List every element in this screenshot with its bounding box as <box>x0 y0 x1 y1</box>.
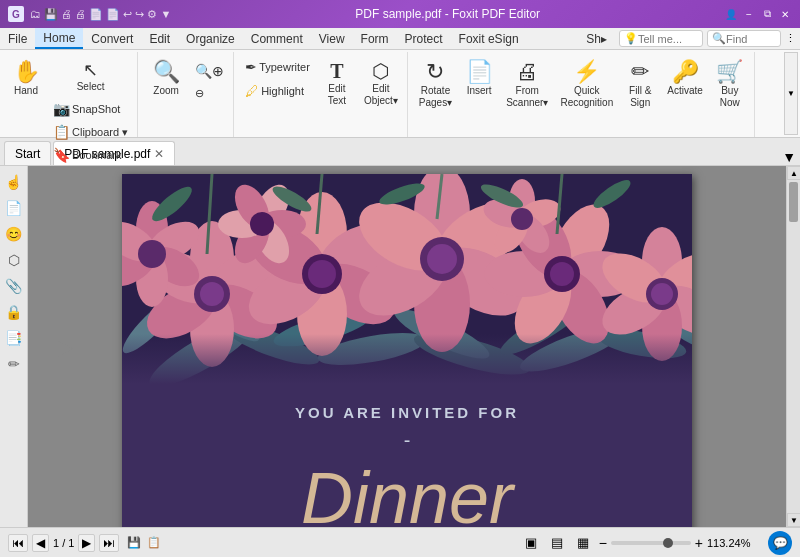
menu-protect[interactable]: Protect <box>397 28 451 49</box>
right-scrollbar: ▲ ▼ <box>786 166 800 527</box>
select-button[interactable]: ↖ Select <box>48 56 133 96</box>
pdf-invited-text: YOU ARE INVITED FOR <box>162 404 652 421</box>
highlight-button[interactable]: 🖊 Highlight <box>240 80 315 102</box>
menu-form[interactable]: Form <box>353 28 397 49</box>
minimize-button[interactable]: − <box>742 7 756 21</box>
insert-button[interactable]: 📄 Insert <box>459 56 499 100</box>
bookmark-icon: 🔖 <box>53 147 70 163</box>
last-page-button[interactable]: ⏭ <box>99 534 119 552</box>
quick-recognition-icon: ⚡ <box>573 61 600 83</box>
edit-object-button[interactable]: ⬡ EditObject▾ <box>359 56 403 110</box>
menu-view[interactable]: View <box>311 28 353 49</box>
quick-recognition-button[interactable]: ⚡ QuickRecognition <box>555 56 618 112</box>
title-bar-controls[interactable]: 👤 − ⧉ ✕ <box>724 7 792 21</box>
hand-icon: ✋ <box>13 61 40 83</box>
zoom-in-icon: 🔍⊕ <box>195 63 224 79</box>
sidebar-security-icon[interactable]: 🔒 <box>2 300 26 324</box>
sidebar-attachments-icon[interactable]: 📎 <box>2 274 26 298</box>
pdf-dash: - <box>162 429 652 452</box>
menu-bar: File Home Convert Edit Organize Comment … <box>0 28 800 50</box>
activate-icon: 🔑 <box>672 61 699 83</box>
find-input[interactable] <box>726 33 776 45</box>
sidebar-layers-icon[interactable]: ⬡ <box>2 248 26 272</box>
page-info: 1 / 1 <box>53 537 74 549</box>
scrollbar-thumb[interactable] <box>789 182 798 222</box>
tab-close-button[interactable]: ✕ <box>154 147 164 161</box>
ribbon-group-pages-buttons: ↻ RotatePages▾ 📄 Insert 🖨 FromScanner▾ ⚡… <box>414 52 750 137</box>
edit-text-icon: T <box>330 61 343 81</box>
menu-comment[interactable]: Comment <box>243 28 311 49</box>
zoom-control: − + 113.24% <box>599 535 762 551</box>
sidebar-articles-icon[interactable]: 📑 <box>2 326 26 350</box>
typewriter-button[interactable]: ✒ Typewriter <box>240 56 315 78</box>
zoom-out-button[interactable]: ⊖ <box>190 84 229 103</box>
close-button[interactable]: ✕ <box>778 7 792 21</box>
chat-icon-button[interactable]: 💬 <box>768 531 792 555</box>
ribbon-collapse-button[interactable]: ⋮ <box>785 32 796 45</box>
menu-organize[interactable]: Organize <box>178 28 243 49</box>
zoom-button[interactable]: 🔍 Zoom <box>144 56 188 100</box>
menu-file[interactable]: File <box>0 28 35 49</box>
zoom-icon: 🔍 <box>153 61 180 83</box>
svg-rect-82 <box>122 334 692 384</box>
first-page-button[interactable]: ⏮ <box>8 534 28 552</box>
copy-btn[interactable]: 📋 <box>147 536 161 549</box>
activate-button[interactable]: 🔑 Activate <box>662 56 708 100</box>
app-icon: G <box>8 6 24 22</box>
rotate-pages-button[interactable]: ↻ RotatePages▾ <box>414 56 457 112</box>
find-icon: 🔍 <box>712 32 726 45</box>
restore-button[interactable]: ⧉ <box>760 7 774 21</box>
scrollbar-down-button[interactable]: ▼ <box>787 513 800 527</box>
tell-me-search[interactable]: 💡 <box>619 30 703 47</box>
title-bar: G 🗂 💾 🖨 🖨 📄 📄 ↩ ↪ ⚙ ▼ PDF sample.pdf - F… <box>0 0 800 28</box>
svg-point-52 <box>651 283 673 305</box>
menu-more[interactable]: Sh▸ <box>578 30 615 48</box>
zoom-plus-button[interactable]: + <box>695 535 703 551</box>
typewriter-group: ✒ Typewriter 🖊 Highlight <box>240 56 315 102</box>
buy-now-button[interactable]: 🛒 BuyNow <box>710 56 750 112</box>
two-page-view-button[interactable]: ▦ <box>573 533 593 552</box>
menu-convert[interactable]: Convert <box>83 28 141 49</box>
menu-bar-right: Sh▸ 💡 🔍 ⋮ <box>578 30 800 48</box>
from-scanner-button[interactable]: 🖨 FromScanner▾ <box>501 56 553 112</box>
continuous-view-button[interactable]: ▤ <box>547 533 567 552</box>
sidebar-hand-icon[interactable]: ☝ <box>2 170 26 194</box>
menu-foxit-esign[interactable]: Foxit eSign <box>451 28 527 49</box>
hand-button[interactable]: ✋ Hand <box>6 56 46 100</box>
pdf-page: YOU ARE INVITED FOR - Dinner <box>122 174 692 527</box>
scrollbar-track[interactable] <box>787 180 800 513</box>
select-group: ↖ Select 📷 SnapShot 📋 Clipboard ▾ 🔖 Book… <box>48 56 133 166</box>
menu-edit[interactable]: Edit <box>141 28 178 49</box>
zoom-in-button[interactable]: 🔍⊕ <box>190 60 229 82</box>
bookmark-button[interactable]: 🔖 Bookmark <box>48 144 133 166</box>
fill-sign-button[interactable]: ✏ Fill &Sign <box>620 56 660 112</box>
zoom-slider-thumb[interactable] <box>663 538 673 548</box>
tell-me-input[interactable] <box>638 33 698 45</box>
title-bar-left: G 🗂 💾 🖨 🖨 📄 📄 ↩ ↪ ⚙ ▼ <box>8 6 171 22</box>
scrollbar-up-button[interactable]: ▲ <box>787 166 800 180</box>
zoom-minus-button[interactable]: − <box>599 535 607 551</box>
clipboard-button[interactable]: 📋 Clipboard ▾ <box>48 121 133 143</box>
menu-home[interactable]: Home <box>35 28 83 49</box>
snapshot-icon: 📷 <box>53 101 70 117</box>
find-search[interactable]: 🔍 <box>707 30 781 47</box>
tab-scroll-down-button[interactable]: ▼ <box>782 149 796 165</box>
prev-page-button[interactable]: ◀ <box>32 534 49 552</box>
single-page-view-button[interactable]: ▣ <box>521 533 541 552</box>
user-icon[interactable]: 👤 <box>724 7 738 21</box>
sidebar-bookmark-icon[interactable]: 😊 <box>2 222 26 246</box>
page-turn-arrow[interactable]: ▶ <box>58 335 73 359</box>
sidebar-pages-icon[interactable]: 📄 <box>2 196 26 220</box>
zoom-slider[interactable] <box>611 541 691 545</box>
clipboard-icon: 📋 <box>53 124 70 140</box>
snapshot-button[interactable]: 📷 SnapShot <box>48 98 133 120</box>
flowers-area <box>122 174 692 384</box>
save-btn[interactable]: 💾 <box>127 536 141 549</box>
snapshot-group: 📷 SnapShot 📋 Clipboard ▾ 🔖 Bookmark <box>48 98 133 166</box>
svg-point-44 <box>550 262 574 286</box>
ribbon-group-basic: ✋ Hand ↖ Select 📷 SnapShot 📋 Clipboard ▾ <box>2 52 138 137</box>
edit-text-button[interactable]: T EditText <box>317 56 357 110</box>
sidebar-edit-icon[interactable]: ✏ <box>2 352 26 376</box>
next-page-button[interactable]: ▶ <box>78 534 95 552</box>
ribbon-scroll-button[interactable]: ▼ <box>784 52 798 135</box>
